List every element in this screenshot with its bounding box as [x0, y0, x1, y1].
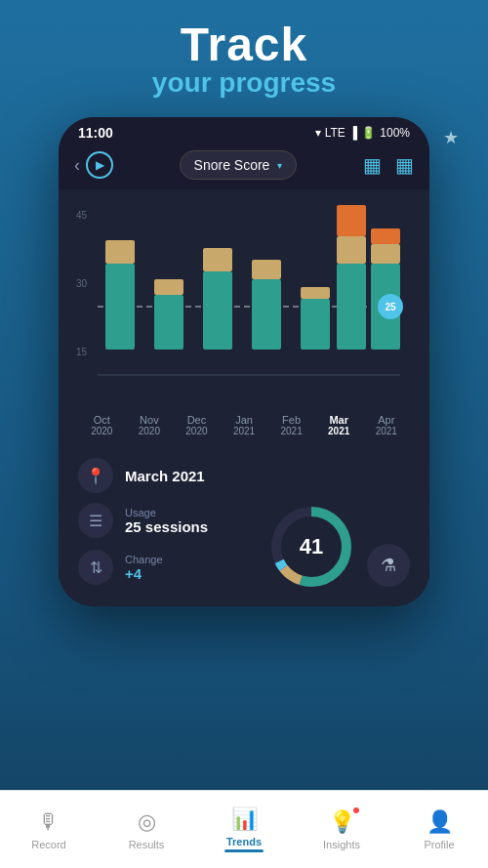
- trends-icon: 📊: [231, 806, 258, 831]
- bar-chart-svg: 45 30 15: [68, 201, 420, 406]
- nav-insights[interactable]: 💡 Insights: [293, 809, 390, 850]
- results-icon-wrap: ◎: [138, 809, 156, 835]
- profile-label: Profile: [424, 839, 454, 850]
- profile-icon: 👤: [427, 809, 453, 834]
- filter-button[interactable]: ⚗: [367, 544, 410, 587]
- signal-bars-icon: ▐: [349, 126, 358, 140]
- month-feb: Feb2021: [267, 414, 315, 436]
- svg-text:30: 30: [76, 278, 88, 289]
- top-bar: ‹ ▶ Snore Score ▾ ▦ ▦: [59, 145, 429, 189]
- score-selector[interactable]: Snore Score ▾: [180, 150, 298, 180]
- insights-label: Insights: [323, 839, 360, 850]
- stats-left: ☰ Usage 25 sessions ⇅ Change +4: [78, 503, 256, 585]
- change-icon-circle: ⇅: [78, 550, 113, 585]
- donut-chart: 41: [267, 503, 355, 591]
- svg-rect-11: [252, 260, 281, 279]
- month-nov: Nov2020: [126, 414, 174, 436]
- play-icon: ▶: [96, 158, 104, 172]
- profile-icon-wrap: 👤: [427, 809, 453, 835]
- month-stat-item: 📍 March 2021: [78, 458, 410, 493]
- dropdown-arrow-icon: ▾: [277, 160, 282, 171]
- usage-label: Usage: [125, 507, 208, 518]
- svg-rect-8: [203, 271, 232, 350]
- trends-active-indicator: [224, 849, 264, 852]
- list-icon: ☰: [89, 512, 102, 530]
- svg-rect-5: [105, 240, 135, 264]
- svg-rect-19: [371, 228, 400, 244]
- phone-frame: 11:00 ▾ LTE ▐ 🔋 100% ‹ ▶ Snore Score ▾ ▦…: [59, 117, 429, 606]
- stats-panel: 📍 March 2021 ☰ Usage 25 sessions: [59, 444, 429, 606]
- play-button[interactable]: ▶: [86, 151, 113, 179]
- svg-rect-14: [337, 264, 366, 350]
- change-label: Change: [125, 554, 163, 565]
- star-icon: ★: [443, 127, 459, 148]
- location-icon: 📍: [86, 467, 105, 485]
- change-stat-item: ⇅ Change +4: [78, 550, 256, 585]
- bottom-nav: 🎙 Record ◎ Results 📊 Trends 💡 Insights 👤…: [0, 790, 488, 868]
- wifi-icon: ▾: [315, 126, 321, 140]
- results-icon: ◎: [138, 809, 156, 834]
- record-icon-wrap: 🎙: [38, 809, 60, 835]
- svg-rect-4: [105, 264, 135, 350]
- month-apr: Apr2021: [362, 414, 410, 436]
- stats-row: ☰ Usage 25 sessions ⇅ Change +4: [78, 503, 410, 591]
- change-text: Change +4: [125, 554, 163, 582]
- month-value: March 2021: [125, 468, 205, 484]
- nav-results[interactable]: ◎ Results: [98, 809, 195, 850]
- usage-stat-item: ☰ Usage 25 sessions: [78, 503, 256, 538]
- location-icon-circle: 📍: [78, 458, 113, 493]
- main-title: Track: [0, 18, 488, 71]
- month-text: March 2021: [125, 468, 205, 484]
- status-bar: 11:00 ▾ LTE ▐ 🔋 100%: [59, 117, 429, 145]
- signal-label: LTE: [325, 126, 346, 140]
- month-dec: Dec2020: [173, 414, 221, 436]
- svg-text:45: 45: [76, 210, 88, 221]
- month-labels: Oct2020 Nov2020 Dec2020 Jan2021 Feb2021 …: [68, 410, 420, 444]
- svg-rect-6: [154, 295, 183, 350]
- battery-label: 100%: [380, 126, 410, 140]
- chart-area: 45 30 15: [59, 189, 429, 444]
- svg-rect-9: [203, 248, 232, 271]
- svg-text:25: 25: [385, 302, 396, 312]
- nav-trends[interactable]: 📊 Trends: [195, 806, 293, 852]
- month-mar: Mar2021: [315, 414, 363, 436]
- insights-icon-wrap: 💡: [329, 809, 355, 835]
- trends-icon-wrap: 📊: [231, 806, 258, 832]
- month-oct: Oct2020: [78, 414, 126, 436]
- usage-icon-circle: ☰: [78, 503, 113, 538]
- usage-text: Usage 25 sessions: [125, 507, 208, 535]
- left-arrow-icon[interactable]: ‹: [74, 155, 80, 176]
- svg-rect-12: [301, 299, 330, 350]
- status-time: 11:00: [78, 125, 113, 141]
- nav-profile[interactable]: 👤 Profile: [390, 809, 488, 850]
- svg-rect-13: [301, 287, 330, 299]
- score-number: 41: [300, 534, 323, 559]
- month-jan: Jan2021: [221, 414, 268, 436]
- change-value: +4: [125, 565, 163, 582]
- results-label: Results: [129, 839, 165, 850]
- insights-dot: [353, 807, 359, 813]
- svg-text:15: 15: [76, 347, 88, 357]
- record-icon: 🎙: [38, 809, 60, 834]
- battery-icon: 🔋: [361, 126, 376, 140]
- trends-label: Trends: [226, 836, 262, 847]
- header-section: Track your progress: [0, 18, 488, 99]
- status-icons: ▾ LTE ▐ 🔋 100%: [315, 126, 410, 140]
- nav-arrows: ‹ ▶: [74, 151, 113, 179]
- top-icons: ▦ ▦: [363, 153, 414, 177]
- svg-rect-7: [154, 279, 183, 295]
- bar-chart-icon[interactable]: ▦: [363, 153, 382, 177]
- score-label: Snore Score: [194, 157, 270, 173]
- nav-record[interactable]: 🎙 Record: [0, 809, 98, 850]
- arrows-icon: ⇅: [90, 558, 102, 577]
- record-label: Record: [31, 839, 65, 850]
- svg-rect-18: [371, 244, 400, 264]
- insights-icon: 💡: [329, 809, 355, 834]
- calendar-icon[interactable]: ▦: [395, 153, 414, 177]
- svg-rect-15: [337, 236, 366, 264]
- svg-rect-10: [252, 279, 281, 350]
- usage-value: 25 sessions: [125, 518, 208, 535]
- svg-rect-16: [337, 205, 366, 236]
- filter-icon: ⚗: [381, 555, 396, 576]
- sub-title: your progress: [0, 67, 488, 99]
